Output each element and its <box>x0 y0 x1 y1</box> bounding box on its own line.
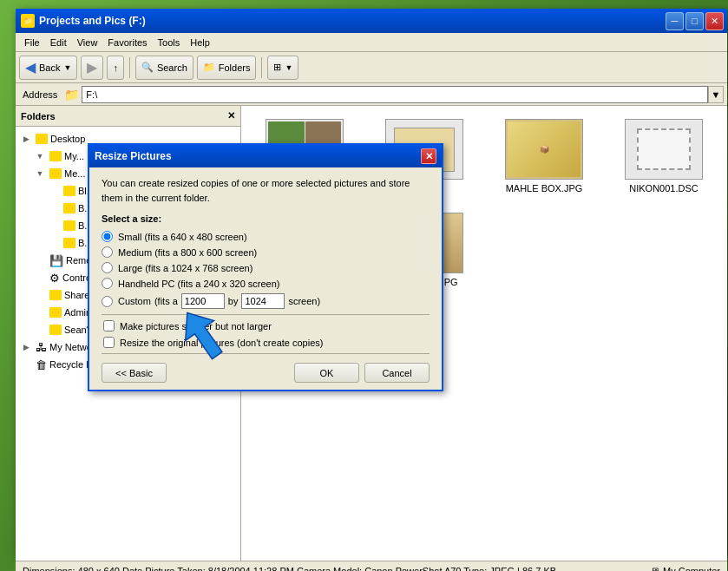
ok-cancel-group: OK Cancel <box>294 363 430 383</box>
dialog-description: You can create resized copies of one or … <box>102 176 430 205</box>
dialog-title-text: Resize Pictures <box>95 150 172 162</box>
radio-handheld: Handheld PC (fits a 240 x 320 screen) <box>102 278 430 289</box>
custom-height-input[interactable] <box>241 293 285 309</box>
dialog-close-button[interactable]: ✕ <box>421 148 436 164</box>
radio-custom-row: Custom (fits a by screen) <box>102 293 430 309</box>
custom-by-label: by <box>228 296 239 306</box>
status-bar: Dimensions: 480 x 640 Date Picture Taken… <box>16 561 727 571</box>
dialog-buttons: << Basic OK Cancel <box>102 359 430 383</box>
radio-large: Large (fits a 1024 x 768 screen) <box>102 262 430 273</box>
checkbox-smaller[interactable] <box>103 320 115 331</box>
my-computer-indicator: 🖥 My Computer <box>650 566 720 572</box>
select-size-label: Select a size: <box>102 213 430 224</box>
radio-handheld-label: Handheld PC (fits a 240 x 320 screen) <box>118 279 280 289</box>
resize-pictures-dialog: Resize Pictures ✕ You can create resized… <box>88 143 443 391</box>
checkbox-smaller-label: Make pictures smaller but not larger <box>120 321 272 331</box>
radio-small-label: Small (fits a 640 x 480 screen) <box>118 232 247 242</box>
checkbox-resize-original-label: Resize the original pictures (don't crea… <box>120 338 323 348</box>
dialog-divider <box>102 314 430 315</box>
checkbox-smaller-row: Make pictures smaller but not larger <box>102 320 430 331</box>
radio-large-input[interactable] <box>102 262 113 273</box>
dialog-body: You can create resized copies of one or … <box>89 167 442 390</box>
basic-button[interactable]: << Basic <box>102 363 167 383</box>
radio-custom-input[interactable] <box>102 296 113 307</box>
dialog-overlay: Resize Pictures ✕ You can create resized… <box>16 9 727 555</box>
status-info: Dimensions: 480 x 640 Date Picture Taken… <box>23 566 556 572</box>
radio-medium: Medium (fits a 800 x 600 screen) <box>102 246 430 258</box>
radio-medium-input[interactable] <box>102 246 113 258</box>
checkbox-resize-original[interactable] <box>103 337 115 348</box>
computer-icon: 🖥 <box>650 566 659 572</box>
radio-small-input[interactable] <box>102 231 113 242</box>
dialog-title-bar: Resize Pictures ✕ <box>89 145 442 167</box>
radio-custom-label: Custom <box>118 296 151 306</box>
cancel-button[interactable]: Cancel <box>364 363 430 383</box>
checkbox-resize-original-row: Resize the original pictures (don't crea… <box>102 337 430 348</box>
dialog-divider2 <box>102 353 430 354</box>
custom-screen-label: screen) <box>288 296 320 306</box>
radio-medium-label: Medium (fits a 800 x 600 screen) <box>118 247 257 258</box>
custom-width-input[interactable] <box>181 293 225 309</box>
custom-fits-label: (fits a <box>154 296 178 306</box>
radio-large-label: Large (fits a 1024 x 768 screen) <box>118 263 253 273</box>
ok-button[interactable]: OK <box>294 363 359 383</box>
radio-handheld-input[interactable] <box>102 278 113 289</box>
radio-small: Small (fits a 640 x 480 screen) <box>102 231 430 242</box>
